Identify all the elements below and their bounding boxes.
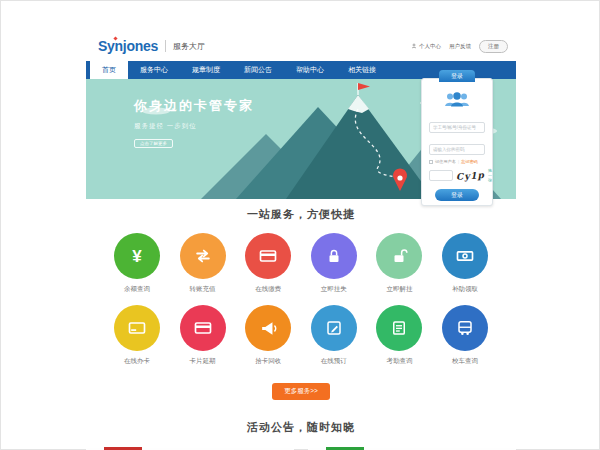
announcements-section: 活动公告，随时知晓 使用须知 最新公告 更多>> 使用指南 更多>> [86,420,516,450]
service-release-loss[interactable]: 立即解挂 [374,233,424,294]
password-input[interactable] [429,144,485,155]
bus-icon [442,305,488,351]
synjones-logo: Synjones [98,38,158,54]
personal-center-link[interactable]: 个人中心 [411,43,441,50]
services-row-1: ¥ 余额查询 转账充值 在线缴费 [86,233,516,294]
users-icon [429,92,485,111]
hero-subtitle: 服务捷径 一步到位 [134,122,254,131]
list-icon [376,305,422,351]
services-section: 一站服务，方便快捷 ¥ 余额查询 转账充值 在线缴费 [86,199,516,400]
brand-divider [165,40,166,52]
register-button[interactable]: 注册 [479,40,508,53]
service-balance[interactable]: ¥ 余额查询 [112,233,162,294]
feedback-link[interactable]: 用户反馈 [449,43,471,50]
username-input[interactable] [429,122,485,133]
site-header: Synjones 服务大厅 个人中心 用户反馈 注册 [86,31,516,61]
service-school-bus[interactable]: 校车查询 [440,305,490,366]
service-label: 在线缴费 [243,285,293,294]
nav-item-links[interactable]: 相关链接 [336,61,388,79]
card-icon [180,305,226,351]
service-label: 转账充值 [178,285,228,294]
service-label: 立即解挂 [374,285,424,294]
service-online-payment[interactable]: 在线缴费 [243,233,293,294]
nav-item-help[interactable]: 帮助中心 [284,61,336,79]
login-panel: 登录 记住用户名 | 忘记密码 Cy1p 换一张 登录 [421,78,493,206]
megaphone-icon [245,305,291,351]
card-icon [114,305,160,351]
service-transfer[interactable]: 转账充值 [178,233,228,294]
remember-checkbox[interactable] [429,160,433,164]
service-card-extension[interactable]: 卡片延期 [178,305,228,366]
remember-label: 记住用户名 [435,159,456,164]
user-icon [411,43,417,49]
service-label: 余额查询 [112,285,162,294]
hero-cta-button[interactable]: 点击了解更多 [134,139,173,148]
announcements-title: 活动公告，随时知晓 [86,420,516,435]
login-options: 记住用户名 | 忘记密码 [429,159,485,164]
nav-item-rules[interactable]: 规章制度 [180,61,232,79]
service-online-booking[interactable]: 在线预订 [309,305,359,366]
service-report-loss[interactable]: 立即挂失 [309,233,359,294]
services-title: 一站服务，方便快捷 [86,207,516,222]
service-apply-card[interactable]: 在线办卡 [112,305,162,366]
service-attendance[interactable]: 考勤查询 [374,305,424,366]
more-services-wrap: 更多服务>> [86,379,516,400]
more-services-button[interactable]: 更多服务>> [272,383,330,400]
nav-item-news[interactable]: 新闻公告 [232,61,284,79]
nav-item-home[interactable]: 首页 [90,61,128,79]
nav-item-service-center[interactable]: 服务中心 [128,61,180,79]
captcha-image: Cy1p [456,170,486,182]
hero-copy: 你身边的卡管专家 服务捷径 一步到位 点击了解更多 [134,97,254,149]
login-submit-button[interactable]: 登录 [435,189,479,201]
service-label: 在线预订 [309,357,359,366]
service-label: 拾卡回收 [243,357,293,366]
service-found-card[interactable]: 拾卡回收 [243,305,293,366]
service-subsidy[interactable]: 补助领取 [440,233,490,294]
login-tab[interactable]: 登录 [439,70,475,82]
forgot-password-link[interactable]: 忘记密码 [461,159,478,164]
transfer-icon [180,233,226,279]
services-row-2: 在线办卡 卡片延期 拾卡回收 [86,305,516,366]
service-label: 补助领取 [440,285,490,294]
hero-title: 你身边的卡管专家 [134,97,254,115]
unlock-icon [376,233,422,279]
edit-icon [311,305,357,351]
captcha-refresh-link[interactable]: 换一张 [488,168,492,183]
captcha-row: Cy1p 换一张 [429,168,485,183]
banknote-icon [442,233,488,279]
service-label: 在线办卡 [112,357,162,366]
service-label: 考勤查询 [374,357,424,366]
card-icon [245,233,291,279]
service-label: 校车查询 [440,357,490,366]
site-container: Synjones 服务大厅 个人中心 用户反馈 注册 首页 服务中心 规章制度 … [86,31,516,450]
site-subtitle: 服务大厅 [173,41,205,52]
yen-icon: ¥ [114,233,160,279]
service-label: 立即挂失 [309,285,359,294]
captcha-input[interactable] [429,170,453,181]
brand: Synjones 服务大厅 [98,38,205,54]
header-links: 个人中心 用户反馈 注册 [411,40,508,53]
service-label: 卡片延期 [178,357,228,366]
lock-icon [311,233,357,279]
page-canvas: Synjones 服务大厅 个人中心 用户反馈 注册 首页 服务中心 规章制度 … [0,0,600,450]
options-divider: | [458,159,459,164]
